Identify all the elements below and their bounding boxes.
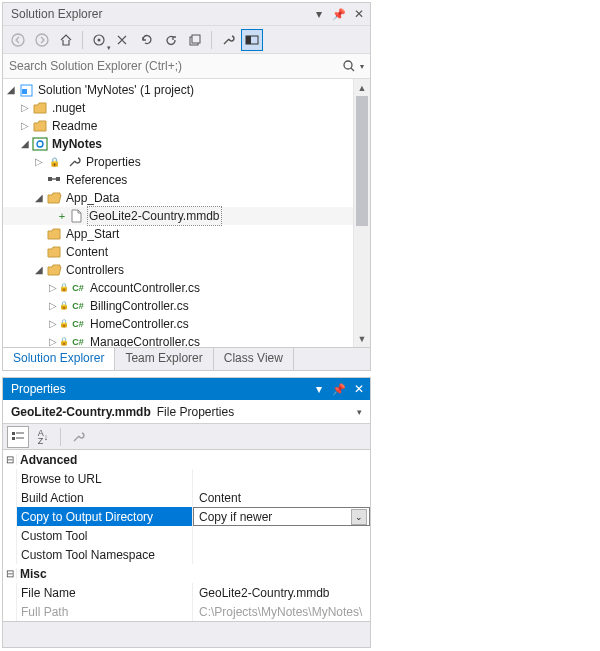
tree-file-geolite[interactable]: +GeoLite2-Country.mmdb bbox=[3, 207, 370, 225]
prop-custom-tool-namespace[interactable]: Custom Tool Namespace bbox=[3, 545, 370, 564]
category-misc[interactable]: ⊟Misc bbox=[3, 564, 370, 583]
solution-explorer-title-bar: Solution Explorer ▾ 📌 ✕ bbox=[3, 3, 370, 25]
home-icon[interactable] bbox=[55, 29, 77, 51]
properties-toolbar: AZ↓ bbox=[3, 424, 370, 450]
folder-icon bbox=[32, 118, 48, 134]
scroll-down-icon[interactable]: ▼ bbox=[354, 330, 370, 347]
svg-point-1 bbox=[36, 34, 48, 46]
tree-folder-controllers[interactable]: ◢Controllers bbox=[3, 261, 370, 279]
tab-solution-explorer[interactable]: Solution Explorer bbox=[3, 347, 115, 370]
scroll-thumb[interactable] bbox=[356, 96, 368, 226]
expander-icon[interactable]: ◢ bbox=[33, 261, 45, 279]
svg-point-13 bbox=[37, 141, 43, 147]
window-position-icon[interactable]: ▾ bbox=[312, 378, 326, 400]
expander-icon[interactable]: ▷ bbox=[19, 117, 31, 135]
expander-icon[interactable]: ▷ bbox=[47, 279, 59, 297]
collapse-all-icon[interactable] bbox=[184, 29, 206, 51]
tree-folder-readme[interactable]: ▷Readme bbox=[3, 117, 370, 135]
category-advanced[interactable]: ⊟Advanced bbox=[3, 450, 370, 469]
properties-title-bar: Properties ▾ 📌 ✕ bbox=[3, 378, 370, 400]
refresh-icon[interactable] bbox=[160, 29, 182, 51]
alphabetical-icon[interactable]: AZ↓ bbox=[32, 426, 54, 448]
folder-open-icon bbox=[46, 262, 62, 278]
tab-team-explorer[interactable]: Team Explorer bbox=[115, 348, 213, 370]
svg-point-0 bbox=[12, 34, 24, 46]
expander-icon[interactable]: ▷ bbox=[47, 297, 59, 315]
collapse-icon[interactable]: ⊟ bbox=[3, 568, 17, 579]
forward-icon[interactable] bbox=[31, 29, 53, 51]
close-icon[interactable]: ✕ bbox=[352, 378, 366, 400]
tree-folder-appstart[interactable]: App_Start bbox=[3, 225, 370, 243]
tree-project-mynotes[interactable]: ◢MyNotes bbox=[3, 135, 370, 153]
plus-icon: + bbox=[57, 207, 67, 225]
chevron-down-icon[interactable]: ▾ bbox=[357, 407, 362, 417]
wrench-icon bbox=[66, 154, 82, 170]
search-row: ▾ bbox=[3, 53, 370, 79]
tree-area: ◢Solution 'MyNotes' (1 project) ▷.nuget … bbox=[3, 79, 370, 347]
solution-explorer-panel: Solution Explorer ▾ 📌 ✕ ▾ ▾ ◢Solution 'M… bbox=[2, 2, 371, 371]
folder-open-icon bbox=[46, 190, 62, 206]
search-input[interactable] bbox=[9, 59, 342, 73]
properties-icon[interactable] bbox=[217, 29, 239, 51]
expander-icon[interactable]: ◢ bbox=[5, 81, 17, 99]
svg-rect-7 bbox=[246, 36, 251, 44]
scope-icon[interactable]: ▾ bbox=[88, 29, 110, 51]
tab-class-view[interactable]: Class View bbox=[214, 348, 294, 370]
wrench-icon[interactable] bbox=[67, 426, 89, 448]
solution-explorer-toolbar: ▾ bbox=[3, 25, 370, 53]
prop-full-path[interactable]: Full PathC:\Projects\MyNotes\MyNotes\ bbox=[3, 602, 370, 621]
scroll-up-icon[interactable]: ▲ bbox=[354, 79, 370, 96]
folder-icon bbox=[32, 100, 48, 116]
property-object-selector[interactable]: GeoLite2-Country.mmdb File Properties ▾ bbox=[3, 400, 370, 424]
prop-custom-tool[interactable]: Custom Tool bbox=[3, 526, 370, 545]
pending-changes-icon[interactable] bbox=[112, 29, 134, 51]
pin-icon[interactable]: 📌 bbox=[332, 378, 346, 400]
properties-panel: Properties ▾ 📌 ✕ GeoLite2-Country.mmdb F… bbox=[2, 377, 371, 648]
tree-folder-nuget[interactable]: ▷.nuget bbox=[3, 99, 370, 117]
expander-icon[interactable]: ▷ bbox=[33, 153, 45, 171]
expander-icon[interactable]: ▷ bbox=[47, 333, 59, 347]
close-icon[interactable]: ✕ bbox=[352, 3, 366, 25]
tree-file-account[interactable]: ▷🔒C#AccountController.cs bbox=[3, 279, 370, 297]
panel-title: Solution Explorer bbox=[11, 3, 312, 25]
pin-icon[interactable]: 📌 bbox=[332, 3, 346, 25]
bottom-tabs: Solution Explorer Team Explorer Class Vi… bbox=[3, 347, 370, 370]
tree-references[interactable]: References bbox=[3, 171, 370, 189]
expander-icon[interactable]: ◢ bbox=[33, 189, 45, 207]
lock-icon: 🔒 bbox=[59, 279, 69, 297]
collapse-icon[interactable]: ⊟ bbox=[3, 454, 17, 465]
sync-icon[interactable] bbox=[136, 29, 158, 51]
folder-icon bbox=[46, 244, 62, 260]
expander-icon[interactable]: ▷ bbox=[47, 315, 59, 333]
separator bbox=[211, 31, 212, 49]
lock-icon: 🔒 bbox=[59, 297, 69, 315]
separator bbox=[82, 31, 83, 49]
vertical-scrollbar[interactable]: ▲ ▼ bbox=[353, 79, 370, 347]
file-icon bbox=[68, 208, 84, 224]
prop-file-name[interactable]: File NameGeoLite2-Country.mmdb bbox=[3, 583, 370, 602]
preview-icon[interactable] bbox=[241, 29, 263, 51]
prop-copy-to-output[interactable]: Copy to Output DirectoryCopy if newer⌄ bbox=[3, 507, 370, 526]
tree-file-manage[interactable]: ▷🔒C#ManageController.cs bbox=[3, 333, 370, 347]
svg-rect-14 bbox=[48, 177, 52, 181]
prop-browse-to-url[interactable]: Browse to URL bbox=[3, 469, 370, 488]
svg-rect-11 bbox=[22, 89, 27, 94]
tree-file-billing[interactable]: ▷🔒C#BillingController.cs bbox=[3, 297, 370, 315]
solution-node[interactable]: ◢Solution 'MyNotes' (1 project) bbox=[3, 81, 370, 99]
prop-build-action[interactable]: Build ActionContent bbox=[3, 488, 370, 507]
categorized-icon[interactable] bbox=[7, 426, 29, 448]
solution-icon bbox=[18, 82, 34, 98]
expander-icon[interactable]: ◢ bbox=[19, 135, 31, 153]
search-icon[interactable] bbox=[342, 59, 356, 73]
tree-file-home[interactable]: ▷🔒C#HomeController.cs bbox=[3, 315, 370, 333]
svg-rect-15 bbox=[56, 177, 60, 181]
search-dropdown-icon[interactable]: ▾ bbox=[360, 62, 364, 71]
dropdown-button[interactable]: ⌄ bbox=[351, 509, 367, 525]
expander-icon[interactable]: ▷ bbox=[19, 99, 31, 117]
tree-properties[interactable]: ▷🔒Properties bbox=[3, 153, 370, 171]
tree-folder-appdata[interactable]: ◢App_Data bbox=[3, 189, 370, 207]
back-icon[interactable] bbox=[7, 29, 29, 51]
svg-line-9 bbox=[351, 68, 354, 71]
tree-folder-content[interactable]: Content bbox=[3, 243, 370, 261]
window-position-icon[interactable]: ▾ bbox=[312, 3, 326, 25]
